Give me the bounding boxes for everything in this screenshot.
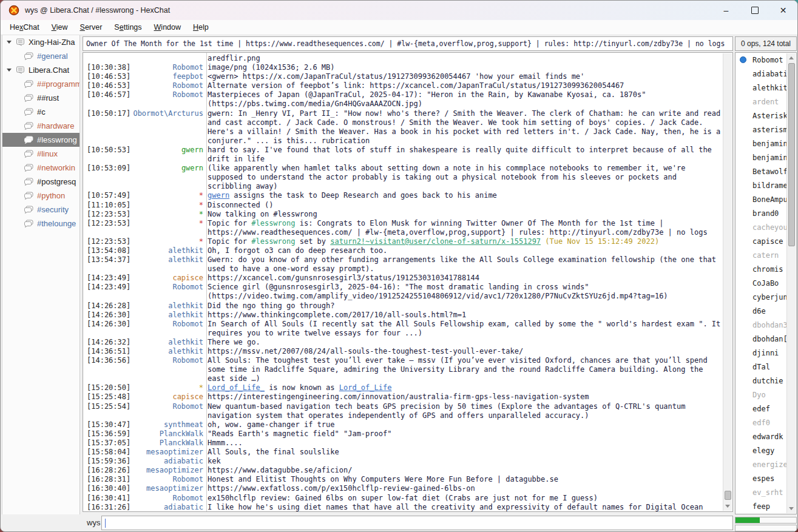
- nick-link[interactable]: Lord_of_Life: [339, 383, 392, 392]
- timestamp: [14:26:30]: [83, 311, 132, 320]
- scroll-down-icon[interactable]: [789, 507, 794, 510]
- menubar: HexChatViewServerSettingsWindowHelp: [1, 20, 797, 35]
- userlist-scrollbar[interactable]: [786, 53, 796, 513]
- text-segment: is now known as: [265, 383, 339, 392]
- timestamp: [14:36:51]: [83, 347, 132, 356]
- text-segment: oh, wow. game-changer if true: [208, 420, 335, 429]
- chat-line: [13:54:08]alethkitOh, I forgot o3 can do…: [83, 246, 723, 255]
- user-name: cacheyou: [752, 223, 788, 232]
- nickname: mesaoptimizer: [132, 484, 203, 493]
- tree-item-#postgresq[interactable]: #postgresq: [2, 175, 79, 189]
- menu-settings[interactable]: Settings: [108, 21, 147, 33]
- scroll-down-icon[interactable]: [725, 505, 730, 508]
- timestamp: [16:31:26]: [83, 503, 132, 512]
- user-item-feepbot[interactable]: feepbot: [735, 513, 796, 514]
- text-segment: ex150hclflp review: Gained 6lbs on super…: [208, 494, 598, 502]
- message-text: hard to say. I've found that lots of stu…: [203, 146, 723, 164]
- channel-ref: #lesswrong: [251, 219, 295, 227]
- user-name: energize: [752, 460, 788, 469]
- timestamp: [15:37:05]: [83, 439, 132, 448]
- tree-item-##programm[interactable]: ##programm: [2, 77, 79, 91]
- text-segment: "Reads Earth's magnetic field" "Jam-proo…: [208, 429, 391, 438]
- text-segment: assigns the task to Deep Research and go…: [229, 191, 497, 200]
- text-segment: (like apparently when hamlet talks about…: [208, 164, 690, 190]
- maximize-button[interactable]: [740, 1, 769, 20]
- chat-line: [13:54:37]alethkitGwern: do you know of …: [83, 255, 723, 274]
- close-button[interactable]: ✕: [769, 1, 797, 20]
- channel-ref: #lesswrong: [251, 237, 295, 246]
- tree-item-#python[interactable]: #python: [2, 189, 79, 203]
- nick-link[interactable]: gwern: [208, 191, 229, 200]
- nick-link[interactable]: Lord_of_Life_: [208, 383, 265, 392]
- chat-line: [10:30:38]Robomotimage/png (1024x1536; 2…: [83, 63, 723, 72]
- nickname: alethkit: [132, 347, 203, 356]
- message-text: There we go.: [203, 338, 723, 347]
- message-input[interactable]: [101, 516, 733, 530]
- chat-bubbles-icon: [24, 220, 33, 227]
- menu-help[interactable]: Help: [187, 21, 215, 33]
- message-text: Masterpieces of Japan (@JapanTraCul, 202…: [203, 90, 723, 109]
- user-name: alethkit: [752, 84, 788, 92]
- message-text: Now talking on #lesswrong: [203, 210, 723, 219]
- scroll-up-icon[interactable]: [789, 56, 794, 59]
- expander-triangle-icon[interactable]: [7, 41, 12, 44]
- user-name: djinni: [752, 349, 779, 357]
- user-name: benjamin: [752, 140, 788, 148]
- nickname: feepbot: [132, 72, 203, 81]
- tree-item-#c[interactable]: #c: [2, 105, 79, 119]
- message-text: (like apparently when hamlet talks about…: [203, 164, 723, 191]
- user-name: edef: [752, 405, 770, 413]
- hexchat-logo-icon: [8, 5, 19, 16]
- text-segment: Oh, I forgot o3 can do deep research too…: [208, 246, 387, 255]
- user-name: capisce: [752, 237, 783, 246]
- tree-item-#networkin[interactable]: #networkin: [2, 161, 79, 175]
- topic-input[interactable]: Owner Of The Month for the 1st time | ht…: [83, 36, 733, 51]
- message-text: https://www.thinkingcomplete.com/2017/10…: [203, 311, 723, 320]
- tree-item-label: #c: [37, 107, 46, 116]
- tree-item-##rust[interactable]: ##rust: [2, 91, 79, 105]
- message-text: image/png (1024x1536; 2.6 MB): [203, 63, 723, 72]
- tree-item-#linux[interactable]: #linux: [2, 147, 79, 161]
- chat-line: [15:36:59]PlanckWalk"Reads Earth's magne…: [83, 429, 723, 439]
- own-nick-label: wys: [87, 518, 100, 527]
- text-segment: gwern: In _Henry VI, Part II_: "How now!…: [208, 109, 725, 145]
- tree-item-#hardware[interactable]: #hardware: [2, 119, 79, 133]
- message-text: <gwern> https://x.com/JapanTraCul/status…: [203, 72, 723, 81]
- window-controls: – ✕: [712, 1, 797, 20]
- message-text: All Souls, the final soulslike: [203, 448, 723, 457]
- user-list: RobomotadiabatialethkitardentAsteriskast…: [735, 52, 797, 514]
- chat-bubbles-icon: [24, 52, 33, 60]
- text-segment: kek: [208, 457, 221, 465]
- text-segment: Topic for: [208, 237, 251, 246]
- chat-scrollbar[interactable]: [723, 53, 732, 511]
- menu-hexchat[interactable]: HexChat: [4, 21, 46, 33]
- message-text: I like how he's using diet names that ha…: [203, 503, 723, 512]
- tree-item-#security[interactable]: #security: [2, 203, 79, 217]
- tree-item-#thelounge[interactable]: #thelounge: [2, 217, 79, 231]
- timestamp: [10:46:57]: [83, 90, 132, 109]
- nickname: Robomot: [132, 494, 203, 503]
- expander-triangle-icon[interactable]: [7, 69, 12, 72]
- tree-item-label: #thelounge: [37, 219, 76, 228]
- chat-scrollbar-thumb[interactable]: [725, 491, 731, 500]
- user-name: brand0: [752, 209, 779, 218]
- tree-item-XingHaiZha[interactable]: Xing-Hai-Zha: [2, 35, 79, 49]
- text-segment: Alternate version of feepbot’s link: htt…: [208, 81, 624, 90]
- text-segment: https://interestingengineering.com/innov…: [208, 392, 589, 401]
- chat-line: [16:31:26]adiabaticI like how he's using…: [83, 503, 723, 512]
- tree-item-#lesswrong[interactable]: #lesswrong: [2, 133, 79, 147]
- menu-view[interactable]: View: [46, 21, 74, 33]
- nickname: PlanckWalk: [132, 429, 203, 439]
- minimize-button[interactable]: –: [712, 1, 740, 20]
- nickname: capisce: [132, 274, 203, 283]
- text-segment: Disconnected (): [208, 201, 273, 209]
- user-name: chromis: [752, 265, 783, 274]
- tree-item-LiberaChat[interactable]: Libera.Chat: [2, 63, 79, 77]
- userlist-scrollbar-thumb[interactable]: [788, 63, 795, 246]
- timestamp: [15:36:59]: [83, 429, 132, 439]
- text-segment: hard to say. I've found that lots of stu…: [208, 146, 716, 163]
- text-segment: All Souls: The toughest test you’ll ever…: [208, 356, 712, 383]
- menu-server[interactable]: Server: [74, 21, 109, 33]
- tree-item-#general[interactable]: #general: [2, 49, 79, 63]
- menu-window[interactable]: Window: [148, 21, 187, 33]
